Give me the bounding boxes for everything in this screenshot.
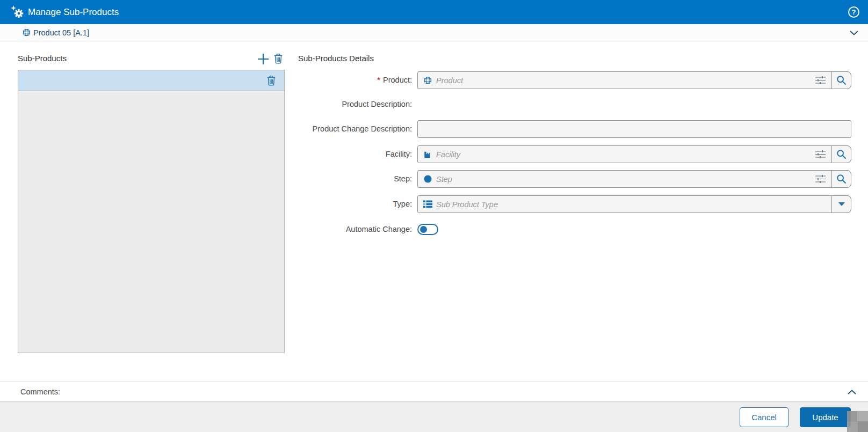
facility-label: Facility:: [293, 145, 412, 163]
comments-section-header[interactable]: Comments:: [0, 382, 868, 401]
product-input[interactable]: [436, 72, 815, 88]
cancel-button[interactable]: Cancel: [740, 407, 789, 427]
filter-icon[interactable]: [815, 150, 826, 159]
step-search-button[interactable]: [831, 170, 851, 188]
title-bar: Manage Sub-Products ?: [0, 0, 868, 24]
step-input[interactable]: [436, 171, 815, 187]
type-input[interactable]: [436, 196, 831, 212]
gear-icon: [11, 5, 25, 19]
product-icon: [423, 76, 432, 85]
product-search-button[interactable]: [831, 71, 851, 89]
facility-field: [417, 145, 851, 163]
step-label: Step:: [293, 170, 412, 188]
required-marker: *: [377, 76, 380, 84]
update-button[interactable]: Update: [800, 407, 851, 427]
product-change-description-label: Product Change Description:: [293, 120, 412, 138]
type-dropdown-button[interactable]: [831, 195, 851, 213]
comments-label: Comments:: [20, 382, 60, 402]
details-panel-title: Sub-Products Details: [298, 54, 374, 63]
automatic-change-label: Automatic Change:: [293, 221, 412, 238]
gray-cursor-artifact: [847, 411, 868, 432]
product-label: *Product:: [293, 71, 412, 89]
type-label: Type:: [293, 195, 412, 213]
chevron-down-icon[interactable]: [850, 31, 858, 35]
filter-icon[interactable]: [815, 76, 826, 85]
sub-products-list: [18, 70, 285, 353]
type-field: [417, 195, 851, 213]
product-change-description-input[interactable]: [423, 121, 851, 137]
footer-bar: [0, 401, 868, 432]
help-icon[interactable]: ?: [848, 6, 859, 18]
product-icon: [22, 28, 31, 37]
product-description-label: Product Description:: [293, 96, 412, 113]
facility-search-button[interactable]: [831, 145, 851, 163]
delete-sub-product-icon[interactable]: [273, 53, 283, 64]
add-sub-product-icon[interactable]: [257, 53, 269, 65]
filter-icon[interactable]: [815, 174, 826, 184]
row-delete-icon[interactable]: [266, 75, 276, 86]
page-title: Manage Sub-Products: [28, 0, 119, 24]
context-header-row[interactable]: Product 05 [A.1]: [0, 24, 868, 41]
facility-input[interactable]: [436, 147, 815, 162]
step-field: [417, 170, 851, 188]
factory-icon: [423, 150, 432, 159]
step-circle-icon: [423, 174, 432, 184]
product-change-description-field: [417, 120, 851, 138]
chevron-up-icon[interactable]: [848, 390, 856, 394]
automatic-change-toggle[interactable]: [417, 224, 438, 235]
context-product-label: Product 05 [A.1]: [33, 24, 89, 41]
dropdown-arrow-icon: [838, 202, 845, 206]
list-icon: [423, 200, 432, 209]
sub-product-row-selected[interactable]: [18, 70, 284, 91]
toggle-knob: [420, 226, 427, 233]
product-field: [417, 71, 851, 89]
sub-products-panel-title: Sub-Products: [18, 54, 67, 63]
